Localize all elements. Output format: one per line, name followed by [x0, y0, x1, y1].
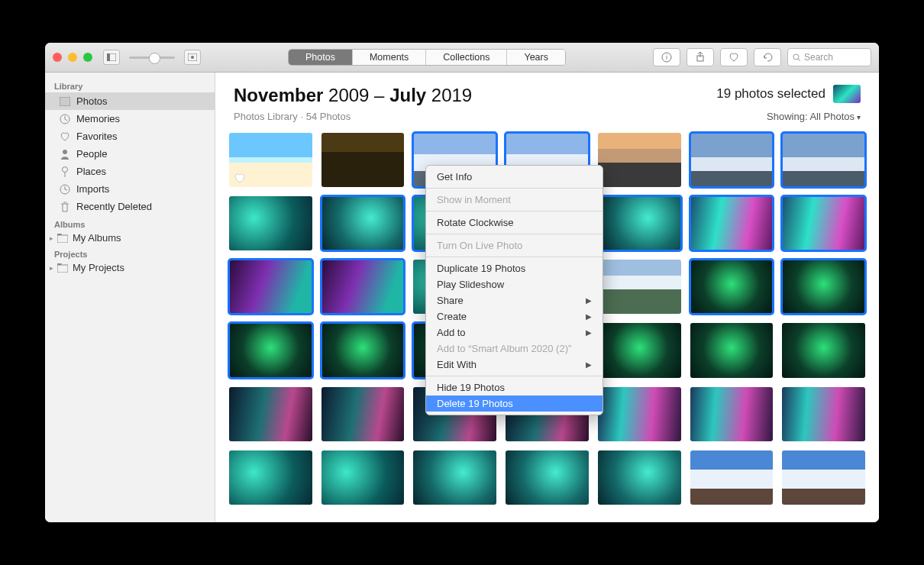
sidebar-section-header: Projects [45, 245, 215, 260]
clock-icon [59, 183, 70, 195]
photo-thumbnail[interactable] [782, 133, 865, 187]
menu-item-turn-on-live-photo: Turn On Live Photo [426, 237, 603, 253]
photo-thumbnail[interactable] [598, 260, 681, 314]
photo-thumbnail[interactable] [782, 196, 865, 250]
menu-item-hide-19-photos[interactable]: Hide 19 Photos [426, 379, 603, 396]
rotate-button[interactable] [754, 48, 781, 66]
svg-point-12 [62, 166, 67, 172]
menu-item-show-in-moment: Show in Moment [426, 192, 603, 208]
photo-thumbnail[interactable] [782, 450, 865, 505]
photo-thumbnail[interactable] [782, 260, 865, 314]
close-button[interactable] [53, 53, 62, 62]
slider-knob[interactable] [149, 53, 160, 64]
photo-thumbnail[interactable] [229, 387, 312, 441]
photo-thumbnail[interactable] [229, 260, 312, 314]
favorite-button[interactable] [720, 48, 748, 66]
photo-thumbnail[interactable] [598, 133, 681, 187]
photo-thumbnail[interactable] [321, 450, 405, 505]
photo-thumbnail[interactable] [229, 450, 312, 505]
showing-filter[interactable]: Showing: All Photos▾ [767, 111, 861, 122]
photo-thumbnail[interactable] [229, 323, 312, 377]
photo-thumbnail[interactable] [321, 196, 405, 250]
selection-count: 19 photos selected [716, 86, 825, 102]
photo-thumbnail[interactable] [506, 450, 589, 505]
menu-item-play-slideshow[interactable]: Play Slideshow [426, 276, 603, 292]
sidebar-item-my-projects[interactable]: ▸My Projects [45, 260, 215, 275]
view-segment-years[interactable]: Years [507, 50, 565, 65]
view-segment-moments[interactable]: Moments [353, 50, 426, 65]
photo-thumbnail[interactable] [598, 196, 681, 250]
toolbar-right: i Search [653, 48, 871, 66]
sidebar-item-memories[interactable]: Memories [45, 110, 215, 128]
photo-thumbnail[interactable] [229, 133, 312, 187]
photo-thumbnail[interactable] [690, 133, 774, 187]
sidebar-item-my-albums[interactable]: ▸My Albums [45, 231, 215, 245]
disclosure-triangle-icon[interactable]: ▸ [50, 264, 56, 272]
menu-item-duplicate-19-photos[interactable]: Duplicate 19 Photos [426, 260, 603, 276]
sidebar-item-label: My Albums [73, 232, 121, 244]
photo-thumbnail[interactable] [782, 323, 865, 377]
search-field[interactable]: Search [787, 48, 871, 66]
svg-point-7 [793, 54, 799, 60]
view-segment-photos[interactable]: Photos [289, 50, 353, 65]
sidebar-item-imports[interactable]: Imports [45, 180, 215, 198]
photo-thumbnail[interactable] [690, 450, 774, 505]
person-icon [59, 148, 70, 160]
photo-thumbnail[interactable] [598, 323, 681, 377]
menu-item-get-info[interactable]: Get Info [426, 169, 603, 185]
sidebar-item-favorites[interactable]: Favorites [45, 128, 215, 145]
menu-item-share[interactable]: Share▶ [426, 292, 603, 308]
menu-item-delete-19-photos[interactable]: Delete 19 Photos [426, 396, 603, 412]
sidebar-item-label: People [76, 148, 107, 160]
menu-item-create[interactable]: Create▶ [426, 308, 603, 324]
menu-item-label: Create [437, 311, 467, 322]
sidebar-section-header: Library [45, 77, 215, 92]
sidebar-item-photos[interactable]: Photos [45, 92, 215, 110]
menu-item-rotate-clockwise[interactable]: Rotate Clockwise [426, 215, 603, 231]
menu-item-label: Rotate Clockwise [437, 217, 513, 228]
app-body: LibraryPhotosMemoriesFavoritesPeoplePlac… [45, 73, 879, 522]
photo-thumbnail[interactable] [413, 450, 496, 505]
aspect-toggle-button[interactable] [184, 50, 201, 65]
photo-thumbnail[interactable] [229, 196, 312, 250]
disclosure-triangle-icon[interactable]: ▸ [50, 234, 56, 242]
photo-thumbnail[interactable] [321, 387, 405, 441]
sidebar-item-recently-deleted[interactable]: Recently Deleted [45, 198, 215, 215]
photo-thumbnail[interactable] [690, 323, 774, 377]
minimize-button[interactable] [68, 53, 77, 62]
menu-item-label: Add to “Smart Album 2020 (2)” [437, 343, 571, 354]
photo-thumbnail[interactable] [782, 387, 865, 441]
photo-thumbnail[interactable] [321, 133, 405, 187]
zoom-button[interactable] [83, 53, 92, 62]
sidebar-item-places[interactable]: Places [45, 163, 215, 180]
svg-rect-15 [57, 265, 68, 273]
info-button[interactable]: i [653, 48, 680, 66]
sidebar-item-label: Photos [76, 95, 107, 107]
menu-item-label: Get Info [437, 171, 472, 182]
submenu-arrow-icon: ▶ [586, 312, 592, 321]
photo-thumbnail[interactable] [690, 196, 774, 250]
selection-summary: 19 photos selected [716, 85, 861, 103]
photo-thumbnail[interactable] [598, 450, 681, 505]
svg-rect-14 [57, 235, 68, 243]
favorite-heart-icon [234, 173, 246, 183]
sidebar-item-label: My Projects [73, 262, 124, 273]
photo-thumbnail[interactable] [690, 387, 774, 441]
view-segment-collections[interactable]: Collections [426, 50, 507, 65]
sidebar-item-label: Imports [76, 183, 109, 195]
menu-item-label: Turn On Live Photo [437, 240, 522, 251]
titlebar: PhotosMomentsCollectionsYears i Search [45, 43, 879, 73]
photo-thumbnail[interactable] [598, 387, 681, 441]
sidebar-toggle-button[interactable] [103, 50, 120, 65]
menu-item-edit-with[interactable]: Edit With▶ [426, 357, 603, 373]
photo-thumbnail[interactable] [690, 260, 774, 314]
thumbnail-size-slider[interactable] [129, 56, 175, 59]
share-button[interactable] [687, 48, 714, 66]
sidebar-item-people[interactable]: People [45, 145, 215, 163]
photo-thumbnail[interactable] [321, 323, 405, 377]
photo-grid-scroll[interactable]: Get InfoShow in MomentRotate ClockwiseTu… [215, 128, 879, 522]
menu-item-add-to[interactable]: Add to▶ [426, 324, 603, 341]
sidebar-item-label: Places [76, 166, 106, 177]
content-header: November 2009 – July 2019 19 photos sele… [215, 73, 879, 111]
photo-thumbnail[interactable] [321, 260, 405, 314]
